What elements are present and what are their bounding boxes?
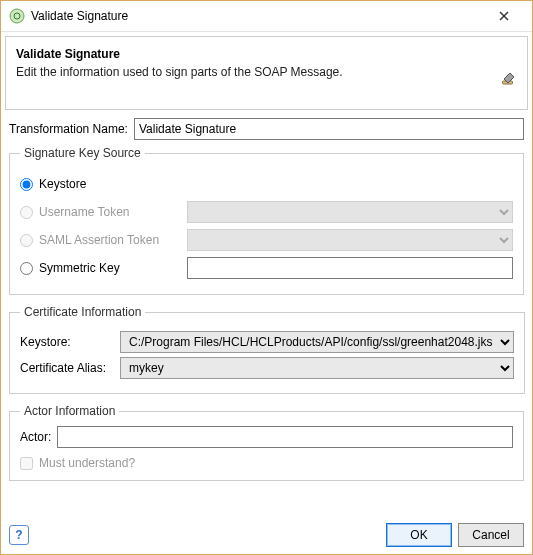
keystore-path-label: Keystore: xyxy=(20,335,120,349)
keystore-radio-label: Keystore xyxy=(39,177,187,191)
symmetric-key-input[interactable] xyxy=(187,257,513,279)
certificate-information-group: Certificate Information Keystore: C:/Pro… xyxy=(9,305,525,394)
certificate-alias-select[interactable]: mykey xyxy=(120,357,514,379)
username-token-radio-label: Username Token xyxy=(39,205,187,219)
saml-token-radio-row: SAML Assertion Token xyxy=(20,228,513,252)
saml-token-radio-label: SAML Assertion Token xyxy=(39,233,187,247)
keystore-path-row: Keystore: C:/Program Files/HCL/HCLProduc… xyxy=(20,331,514,353)
certificate-information-legend: Certificate Information xyxy=(20,305,145,319)
symmetric-key-radio-label: Symmetric Key xyxy=(39,261,187,275)
keystore-radio[interactable] xyxy=(20,178,33,191)
titlebar: Validate Signature xyxy=(1,1,532,32)
username-token-radio-row: Username Token xyxy=(20,200,513,224)
username-token-select xyxy=(187,201,513,223)
close-icon[interactable] xyxy=(484,8,524,24)
certificate-alias-row: Certificate Alias: mykey xyxy=(20,357,514,379)
keystore-path-select[interactable]: C:/Program Files/HCL/HCLProducts/API/con… xyxy=(120,331,514,353)
actor-row: Actor: xyxy=(20,426,513,448)
symmetric-key-radio[interactable] xyxy=(20,262,33,275)
actor-label: Actor: xyxy=(20,430,51,444)
transformation-name-label: Transformation Name: xyxy=(9,122,128,136)
cancel-button[interactable]: Cancel xyxy=(458,523,524,547)
svg-point-0 xyxy=(10,9,24,23)
window-title: Validate Signature xyxy=(31,9,484,23)
header-panel: Validate Signature Edit the information … xyxy=(5,36,528,110)
help-icon[interactable]: ? xyxy=(9,525,29,545)
saml-token-radio xyxy=(20,234,33,247)
signature-key-source-legend: Signature Key Source xyxy=(20,146,145,160)
keystore-radio-row: Keystore xyxy=(20,172,513,196)
must-understand-label: Must understand? xyxy=(39,456,135,470)
transformation-name-row: Transformation Name: xyxy=(9,118,524,140)
page-subtitle: Edit the information used to sign parts … xyxy=(16,65,515,79)
actor-input[interactable] xyxy=(57,426,513,448)
app-icon xyxy=(9,8,25,24)
saml-token-select xyxy=(187,229,513,251)
certificate-alias-label: Certificate Alias: xyxy=(20,361,120,375)
ok-button[interactable]: OK xyxy=(386,523,452,547)
dialog-window: Validate Signature Validate Signature Ed… xyxy=(0,0,533,555)
signature-key-source-group: Signature Key Source Keystore Username T… xyxy=(9,146,524,295)
actor-information-group: Actor Information Actor: Must understand… xyxy=(9,404,524,481)
transformation-name-input[interactable] xyxy=(134,118,524,140)
username-token-radio xyxy=(20,206,33,219)
edit-icon[interactable] xyxy=(501,71,517,87)
must-understand-row: Must understand? xyxy=(20,456,513,470)
must-understand-checkbox xyxy=(20,457,33,470)
dialog-footer: ? OK Cancel xyxy=(1,516,532,554)
dialog-body: Transformation Name: Signature Key Sourc… xyxy=(1,110,532,516)
page-title: Validate Signature xyxy=(16,47,515,61)
symmetric-key-radio-row: Symmetric Key xyxy=(20,256,513,280)
actor-information-legend: Actor Information xyxy=(20,404,119,418)
